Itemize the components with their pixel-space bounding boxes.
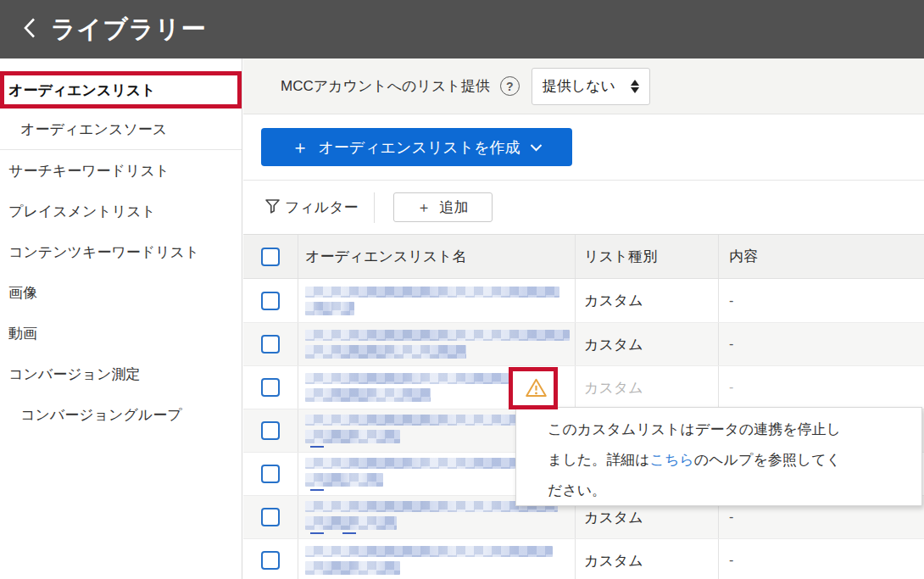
app-header: ライブラリー <box>0 0 924 58</box>
sidebar-item-label: 画像 <box>8 283 37 303</box>
sidebar-item-label: オーディエンスリスト <box>8 81 156 100</box>
row-checkbox[interactable] <box>261 508 280 526</box>
audience-list-name-cell <box>298 323 575 365</box>
redacted-name <box>305 287 559 315</box>
sidebar-item-link[interactable]: コンテンツキーワードリスト <box>0 231 242 272</box>
row-checkbox[interactable] <box>261 551 280 570</box>
sidebar-item-link[interactable]: コンバージョングループ <box>0 394 242 435</box>
plus-icon: ＋ <box>291 136 309 159</box>
help-icon[interactable]: ? <box>500 76 520 96</box>
sidebar-item-link[interactable]: 画像 <box>0 272 242 313</box>
sidebar-item-link[interactable]: サーチキーワードリスト <box>0 150 242 191</box>
row-checkbox[interactable] <box>261 378 280 397</box>
content-cell: - <box>718 539 924 579</box>
sidebar-item-label: 動画 <box>8 324 37 343</box>
warning-icon[interactable] <box>525 377 548 403</box>
sidebar: オーディエンスリスト オーディエンスソース サーチキーワードリスト プレイスメン… <box>0 58 242 579</box>
filter-label: フィルター <box>285 198 359 217</box>
page-title: ライブラリー <box>51 13 206 47</box>
sidebar-item-link[interactable]: オーディエンスソース <box>0 109 242 150</box>
table-row: カスタム - <box>243 365 924 409</box>
library-page: ライブラリー オーディエンスリスト オーディエンスソース サーチキーワードリスト… <box>0 0 924 579</box>
select-all-checkbox[interactable] <box>261 248 280 266</box>
sidebar-item-selected[interactable]: オーディエンスリスト <box>0 70 242 109</box>
row-checkbox[interactable] <box>261 465 280 483</box>
audience-list-name-cell <box>298 366 575 409</box>
filter-bar: フィルター ＋ 追加 <box>243 180 924 234</box>
sidebar-item-label: オーディエンスソース <box>20 120 167 139</box>
row-checkbox[interactable] <box>261 421 280 440</box>
create-audience-list-button[interactable]: ＋ オーディエンスリストを作成 <box>261 128 572 166</box>
updown-arrows-icon <box>631 80 639 93</box>
chevron-down-icon <box>530 138 543 156</box>
content-cell: - <box>718 279 924 322</box>
sidebar-item-link[interactable]: プレイスメントリスト <box>0 191 242 231</box>
column-header-type: リスト種別 <box>575 235 718 278</box>
row-checkbox-cell <box>243 409 298 452</box>
tooltip-line: ださい。 <box>548 476 905 506</box>
mcc-share-label: MCCアカウントへのリスト提供 <box>281 76 490 96</box>
row-checkbox[interactable] <box>261 292 280 310</box>
redacted-underscores <box>310 489 515 491</box>
content-cell: - <box>718 323 924 365</box>
sidebar-item-link[interactable]: 動画 <box>0 313 242 354</box>
redacted-name <box>305 546 553 575</box>
audience-list-name-cell <box>298 279 575 322</box>
redacted-underscores <box>310 532 558 534</box>
list-type-cell: カスタム <box>575 366 718 409</box>
row-checkbox-cell <box>243 539 298 579</box>
sidebar-item-label: コンバージョン測定 <box>8 365 140 384</box>
row-checkbox[interactable] <box>261 335 280 354</box>
vertical-divider <box>374 192 375 223</box>
help-link[interactable]: こちら <box>650 452 694 468</box>
row-checkbox-cell <box>243 323 298 365</box>
row-checkbox-cell <box>243 496 298 538</box>
mcc-share-selected-value: 提供しない <box>543 76 615 96</box>
create-audience-list-label: オーディエンスリストを作成 <box>318 137 520 158</box>
row-checkbox-cell <box>243 366 298 409</box>
chevron-left-icon <box>22 17 37 42</box>
select-all-cell <box>243 235 298 278</box>
column-header-content: 内容 <box>718 235 924 278</box>
back-button[interactable] <box>15 15 44 44</box>
audience-list-name-cell <box>298 539 575 579</box>
sidebar-item-label: コンテンツキーワードリスト <box>8 242 199 262</box>
tooltip-line: ました。詳細はこちらのヘルプを参照してく <box>548 445 905 476</box>
table-row: カスタム - <box>243 538 924 579</box>
table-row: カスタム - <box>243 279 924 322</box>
redacted-name <box>305 373 509 402</box>
tooltip-line: このカスタムリストはデータの連携を停止し <box>548 415 905 445</box>
content-cell: - <box>718 366 924 409</box>
column-header-name: オーディエンスリスト名 <box>298 235 575 278</box>
row-checkbox-cell <box>243 279 298 322</box>
table-header-row: オーディエンスリスト名 リスト種別 内容 <box>243 234 924 279</box>
redacted-name <box>305 330 570 359</box>
sidebar-item-label: サーチキーワードリスト <box>8 161 170 181</box>
list-type-cell: カスタム <box>575 539 718 579</box>
sidebar-item-link[interactable]: コンバージョン測定 <box>0 354 242 394</box>
list-type-cell: カスタム <box>575 279 718 322</box>
redacted-name <box>305 458 515 491</box>
warning-tooltip: このカスタムリストはデータの連携を停止し ました。詳細はこちらのヘルプを参照して… <box>515 407 922 506</box>
filter-control[interactable]: フィルター <box>264 198 359 218</box>
plus-icon: ＋ <box>417 198 431 217</box>
add-filter-button[interactable]: ＋ 追加 <box>393 192 493 222</box>
row-checkbox-cell <box>243 453 298 495</box>
add-filter-label: 追加 <box>440 198 469 217</box>
funnel-icon <box>264 198 281 218</box>
sidebar-item-label: プレイスメントリスト <box>8 202 156 221</box>
mcc-share-select[interactable]: 提供しない <box>532 68 650 105</box>
table-row: カスタム - <box>243 322 924 365</box>
list-type-cell: カスタム <box>575 323 718 365</box>
mcc-strip: MCCアカウントへのリスト提供 ? 提供しない <box>243 58 924 114</box>
sidebar-item-label: コンバージョングループ <box>20 405 182 425</box>
